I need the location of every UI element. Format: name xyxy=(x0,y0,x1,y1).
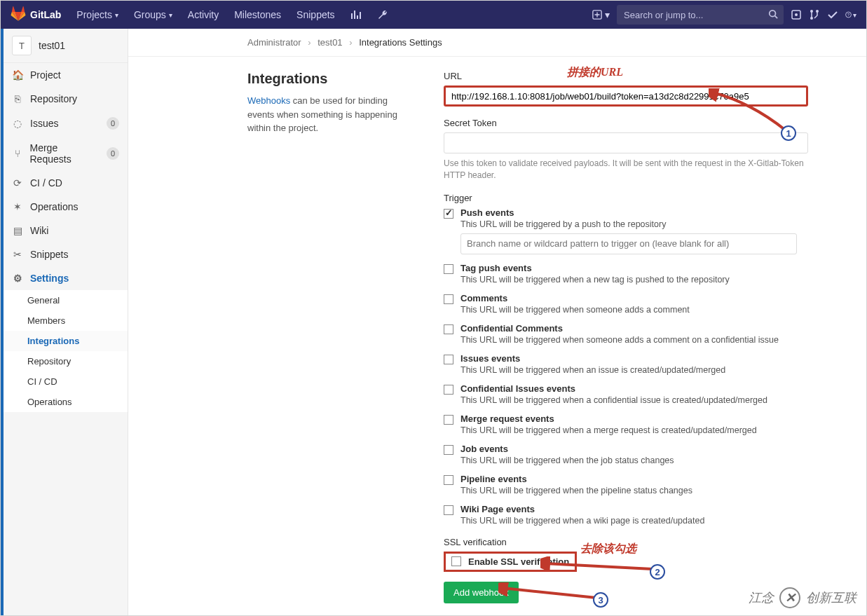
sidebar-item-repository[interactable]: ⎘ Repository xyxy=(4,87,128,111)
trigger-pipeline-events: Pipeline events This URL will be trigger… xyxy=(444,474,808,495)
trigger-checkbox[interactable] xyxy=(444,324,453,334)
trigger-checkbox[interactable] xyxy=(444,355,453,364)
trigger-desc: This URL will be triggered when a wiki p… xyxy=(460,516,704,526)
watermark-logo-icon: ✕ xyxy=(779,587,800,608)
help-dropdown[interactable]: ?▾ xyxy=(845,9,856,20)
trigger-title: Merge request events xyxy=(460,413,757,424)
trigger-title: Issues events xyxy=(460,353,725,364)
trigger-title: Comments xyxy=(460,293,690,303)
crumb-administrator[interactable]: Administrator xyxy=(247,37,301,48)
svg-text:?: ? xyxy=(847,13,849,17)
svg-point-5 xyxy=(816,10,819,13)
nav-projects[interactable]: Projects▾ xyxy=(76,9,118,20)
section-intro: Integrations Webhooks can be used for bi… xyxy=(247,71,416,615)
admin-wrench-icon[interactable] xyxy=(377,9,388,20)
chevron-down-icon: ▾ xyxy=(115,11,118,19)
analytics-icon[interactable] xyxy=(350,9,362,20)
trigger-checkbox[interactable] xyxy=(444,475,453,485)
sidebar-item-project[interactable]: 🏠 Project xyxy=(4,63,128,87)
settings-sub-integrations[interactable]: Integrations xyxy=(4,331,128,351)
todos-icon[interactable] xyxy=(827,9,838,20)
nav-activity[interactable]: Activity xyxy=(188,9,219,20)
sidebar-item-operations[interactable]: ✶ Operations xyxy=(4,195,128,219)
svg-point-6 xyxy=(810,17,813,20)
nav-snippets[interactable]: Snippets xyxy=(296,9,334,20)
mr-icon: ⑂ xyxy=(12,148,23,159)
add-webhook-button[interactable]: Add webhook xyxy=(444,582,519,603)
trigger-desc: This URL will be triggered when the pipe… xyxy=(460,486,692,495)
search-box xyxy=(617,5,784,25)
sidebar-item-merge-requests[interactable]: ⑂ Merge Requests 0 xyxy=(4,136,128,171)
sidebar-item-issues[interactable]: ◌ Issues 0 xyxy=(4,111,128,136)
sidebar-item-label: Settings xyxy=(30,273,69,284)
trigger-desc: This URL will be triggered when someone … xyxy=(460,305,690,315)
content: Administrator › test01 › Integrations Se… xyxy=(128,29,866,615)
branch-filter-input[interactable] xyxy=(460,233,797,254)
project-avatar: T xyxy=(12,36,32,55)
search-input[interactable] xyxy=(617,5,784,25)
ssl-checkbox-label: Enable SSL verification xyxy=(468,556,569,567)
sidebar-item-label: Merge Requests xyxy=(30,142,100,165)
trigger-desc: This URL will be triggered when someone … xyxy=(460,335,779,345)
trigger-title: Pipeline events xyxy=(460,474,692,484)
gear-icon: ⚙ xyxy=(12,273,23,284)
sidebar-item-wiki[interactable]: ▤ Wiki xyxy=(4,219,128,242)
settings-sub-repository[interactable]: Repository xyxy=(4,351,128,371)
ssl-verification-row: Enable SSL verification xyxy=(444,552,577,572)
project-name: test01 xyxy=(39,40,65,51)
trigger-comments: Comments This URL will be triggered when… xyxy=(444,293,808,315)
sidebar-item-settings[interactable]: ⚙ Settings xyxy=(4,266,128,290)
crumb-project[interactable]: test01 xyxy=(318,37,342,48)
svg-point-1 xyxy=(770,11,776,17)
merge-requests-shortcut-icon[interactable] xyxy=(809,9,820,20)
trigger-title: Job events xyxy=(460,444,674,454)
webhook-form: URL Secret Token Use this token to valid… xyxy=(444,71,808,615)
brand-logo[interactable]: GitLab xyxy=(11,6,61,24)
svg-point-4 xyxy=(810,10,813,13)
trigger-checkbox[interactable] xyxy=(444,505,453,515)
trigger-checkbox[interactable] xyxy=(444,415,453,425)
sidebar-project-header[interactable]: T test01 xyxy=(4,29,128,63)
sidebar-item-label: Repository xyxy=(30,93,77,104)
settings-sub-members[interactable]: Members xyxy=(4,310,128,331)
chevron-down-icon: ▾ xyxy=(605,9,610,20)
webhooks-link[interactable]: Webhooks xyxy=(247,95,290,106)
new-dropdown[interactable]: ▾ xyxy=(592,9,610,20)
settings-sub-operations[interactable]: Operations xyxy=(4,392,128,412)
trigger-checkbox[interactable] xyxy=(444,294,453,304)
url-input[interactable] xyxy=(444,85,808,107)
secret-token-input[interactable] xyxy=(444,132,808,153)
trigger-checkbox[interactable] xyxy=(444,445,453,455)
trigger-checkbox[interactable] xyxy=(444,264,453,274)
trigger-job-events: Job events This URL will be triggered wh… xyxy=(444,444,808,465)
topbar: GitLab Projects▾ Groups▾ Activity Milest… xyxy=(1,1,866,29)
svg-point-3 xyxy=(795,13,798,16)
trigger-checkbox[interactable] xyxy=(444,385,453,395)
settings-sub-ci-cd[interactable]: CI / CD xyxy=(4,371,128,392)
wiki-icon: ▤ xyxy=(12,225,23,236)
nav-milestones[interactable]: Milestones xyxy=(234,9,281,20)
search-icon[interactable] xyxy=(768,9,778,21)
brand-text: GitLab xyxy=(30,9,61,20)
section-title: Integrations xyxy=(247,71,416,87)
annotation-ssl-note: 去除该勾选 xyxy=(580,542,636,556)
cicd-icon: ⟳ xyxy=(12,177,23,189)
nav-groups[interactable]: Groups▾ xyxy=(134,9,172,20)
sidebar-item-badge: 0 xyxy=(107,117,119,130)
sidebar: T test01 🏠 Project ⎘ Repository ◌ Issues… xyxy=(4,29,128,615)
trigger-title: Confidential Issues events xyxy=(460,383,767,394)
ssl-checkbox[interactable] xyxy=(451,556,461,566)
sidebar-item-snippets[interactable]: ✂ Snippets xyxy=(4,242,128,266)
annotation-circle-1: 1 xyxy=(781,125,796,141)
issues-shortcut-icon[interactable] xyxy=(791,9,802,20)
settings-submenu: GeneralMembersIntegrationsRepositoryCI /… xyxy=(4,290,128,412)
annotation-circle-3: 3 xyxy=(593,592,608,608)
trigger-checkbox[interactable] xyxy=(444,209,453,219)
sidebar-item-label: Operations xyxy=(30,201,78,212)
trigger-issues-events: Issues events This URL will be triggered… xyxy=(444,353,808,375)
issues-icon: ◌ xyxy=(12,118,23,129)
settings-sub-general[interactable]: General xyxy=(4,290,128,310)
trigger-desc: This URL will be triggered when the job … xyxy=(460,456,674,465)
sidebar-item-ci-cd[interactable]: ⟳ CI / CD xyxy=(4,171,128,195)
sidebar-item-badge: 0 xyxy=(107,147,119,160)
